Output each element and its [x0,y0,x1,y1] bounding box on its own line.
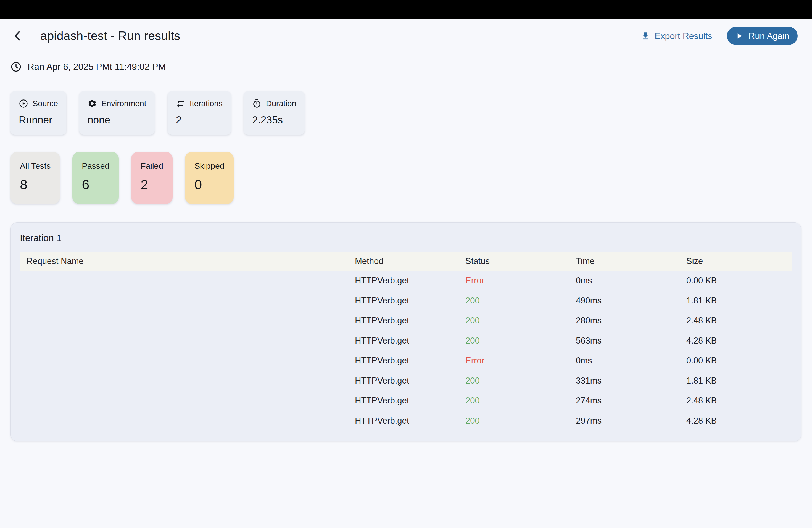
method-cell: HTTPVerb.get [355,316,465,326]
time-cell: 563ms [576,336,686,346]
table-row[interactable]: HTTPVerb.get Error 0ms 0.00 KB [20,351,792,371]
back-button[interactable] [11,29,25,43]
info-card-iterations: Iterations 2 [168,91,231,135]
method-cell: HTTPVerb.get [355,416,465,426]
iteration-results-panel: Iteration 1 Request Name Method Status T… [11,222,801,441]
iteration-title: Iteration 1 [20,233,792,243]
window-top-bar [0,0,812,19]
run-info-cards: Source Runner Environment none Iteration… [11,91,305,135]
stat-label: All Tests [20,161,50,171]
size-cell: 1.81 KB [686,376,792,386]
play-circle-icon [19,99,28,108]
column-header-request-name: Request Name [20,256,355,266]
info-card-value: Runner [19,114,58,126]
status-cell: 200 [465,316,576,326]
info-card-environment: Environment none [79,91,155,135]
status-cell: 200 [465,396,576,406]
table-row[interactable]: HTTPVerb.get 200 490ms 1.81 KB [20,291,792,311]
table-row[interactable]: HTTPVerb.get 200 274ms 2.48 KB [20,391,792,411]
stat-value: 6 [82,177,110,192]
status-cell: Error [465,356,576,366]
method-cell: HTTPVerb.get [355,276,465,285]
stat-value: 8 [20,177,50,192]
stat-value: 0 [194,177,224,192]
info-card-value: 2.235s [252,114,296,126]
column-header-method: Method [355,256,465,266]
export-results-label: Export Results [655,31,712,41]
time-cell: 331ms [576,376,686,386]
info-card-value: 2 [176,114,222,126]
size-cell: 2.48 KB [686,316,792,326]
stopwatch-icon [252,99,262,108]
method-cell: HTTPVerb.get [355,396,465,406]
status-cell: Error [465,276,576,285]
run-again-button[interactable]: Run Again [727,27,798,45]
table-header-row: Request Name Method Status Time Size [20,252,792,270]
method-cell: HTTPVerb.get [355,296,465,306]
column-header-time: Time [576,256,686,266]
column-header-size: Size [686,256,792,266]
size-cell: 4.28 KB [686,336,792,346]
gear-icon [88,99,97,108]
stat-label: Passed [82,161,110,171]
stat-card-passed[interactable]: Passed 6 [72,152,119,204]
info-card-label: Environment [101,99,146,108]
repeat-icon [176,99,185,108]
stat-card-all-tests[interactable]: All Tests 8 [11,152,60,204]
info-card-label: Source [33,99,58,108]
stat-card-skipped[interactable]: Skipped 0 [185,152,234,204]
clock-icon [11,61,21,72]
stat-value: 2 [141,177,163,192]
method-cell: HTTPVerb.get [355,336,465,346]
column-header-status: Status [465,256,576,266]
download-icon [640,31,650,41]
method-cell: HTTPVerb.get [355,356,465,366]
size-cell: 2.48 KB [686,396,792,406]
size-cell: 0.00 KB [686,276,792,285]
time-cell: 274ms [576,396,686,406]
size-cell: 0.00 KB [686,356,792,366]
run-timestamp: Ran Apr 6, 2025 PMt 11:49:02 PM [11,61,166,72]
play-icon [735,32,743,40]
info-card-value: none [88,114,146,126]
status-cell: 200 [465,296,576,306]
export-results-button[interactable]: Export Results [639,31,714,41]
table-row[interactable]: HTTPVerb.get 200 563ms 4.28 KB [20,331,792,351]
stat-label: Failed [141,161,163,171]
time-cell: 0ms [576,276,686,285]
run-results-page: apidash-test - Run results Export Result… [0,0,812,528]
page-header: apidash-test - Run results Export Result… [0,19,812,53]
table-row[interactable]: HTTPVerb.get 200 280ms 2.48 KB [20,311,792,331]
status-cell: 200 [465,376,576,386]
test-stat-cards: All Tests 8 Passed 6 Failed 2 Skipped 0 [11,152,234,204]
page-title: apidash-test - Run results [40,29,180,43]
stat-card-failed[interactable]: Failed 2 [131,152,173,204]
table-row[interactable]: HTTPVerb.get 200 331ms 1.81 KB [20,371,792,391]
status-cell: 200 [465,416,576,426]
run-timestamp-label: Ran Apr 6, 2025 PMt 11:49:02 PM [28,62,166,72]
time-cell: 490ms [576,296,686,306]
run-again-label: Run Again [749,31,789,41]
info-card-label: Iterations [190,99,222,108]
table-row[interactable]: HTTPVerb.get Error 0ms 0.00 KB [20,270,792,291]
stat-label: Skipped [194,161,224,171]
info-card-label: Duration [266,99,296,108]
chevron-left-icon [11,30,24,42]
method-cell: HTTPVerb.get [355,376,465,386]
results-table: Request Name Method Status Time Size HTT… [20,252,792,431]
info-card-duration: Duration 2.235s [244,91,305,135]
size-cell: 1.81 KB [686,296,792,306]
size-cell: 4.28 KB [686,416,792,426]
table-row[interactable]: HTTPVerb.get 200 297ms 4.28 KB [20,411,792,431]
time-cell: 0ms [576,356,686,366]
time-cell: 297ms [576,416,686,426]
time-cell: 280ms [576,316,686,326]
status-cell: 200 [465,336,576,346]
info-card-source: Source Runner [11,91,66,135]
